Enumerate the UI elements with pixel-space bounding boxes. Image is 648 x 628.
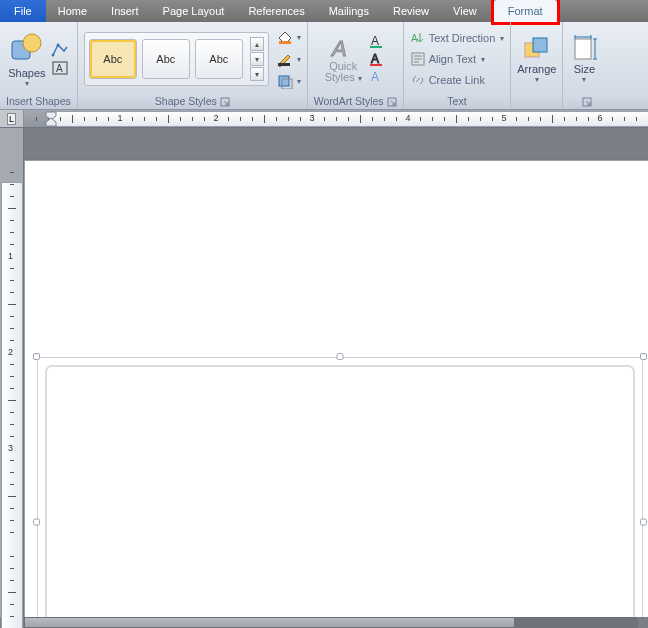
create-link-button[interactable]: Create Link xyxy=(410,70,505,90)
effects-icon xyxy=(276,73,294,89)
style-preset-1[interactable]: Abc xyxy=(89,39,137,79)
tab-stop-selector[interactable]: L xyxy=(0,110,24,127)
shape-effects-button[interactable]: ▾ xyxy=(276,71,301,91)
group-label-arrange xyxy=(535,94,538,108)
svg-rect-8 xyxy=(279,76,289,86)
selected-text-box[interactable] xyxy=(37,357,643,617)
dialog-launcher-icon[interactable] xyxy=(387,97,397,107)
align-text-icon xyxy=(410,51,426,67)
dialog-launcher-icon[interactable] xyxy=(220,97,230,107)
arrange-icon xyxy=(522,35,552,63)
group-text: A Text Direction ▾ Align Text ▾ Create L… xyxy=(404,22,512,109)
group-label-insert-shapes: Insert Shapes xyxy=(6,94,71,108)
chevron-down-icon: ▾ xyxy=(297,55,301,64)
ruler-horizontal[interactable]: L 123456 xyxy=(0,110,648,128)
page-area[interactable] xyxy=(24,128,648,617)
chevron-down-icon: ▾ xyxy=(535,75,539,84)
group-label-wordart: WordArt Styles xyxy=(314,95,384,107)
svg-rect-7 xyxy=(278,63,290,66)
align-text-button[interactable]: Align Text ▾ xyxy=(410,49,505,69)
style-preset-2[interactable]: Abc xyxy=(142,39,190,79)
svg-rect-6 xyxy=(279,41,291,44)
gallery-more-button[interactable]: ▾ xyxy=(250,67,264,81)
handle-ml[interactable] xyxy=(33,519,40,526)
scrollbar-horizontal[interactable] xyxy=(0,617,648,628)
svg-text:A: A xyxy=(411,33,418,44)
tab-home[interactable]: Home xyxy=(46,0,99,22)
svg-text:A: A xyxy=(56,63,63,74)
handle-tm[interactable] xyxy=(337,353,344,360)
group-wordart-styles: A QuickStyles ▾ A A A WordArt Styles xyxy=(308,22,404,109)
edit-shape-icon[interactable] xyxy=(51,42,69,58)
text-direction-icon: A xyxy=(410,30,426,46)
group-shape-styles: Abc Abc Abc ▴ ▾ ▾ ▾ ▾ xyxy=(78,22,308,109)
align-text-label: Align Text xyxy=(429,53,477,65)
ruler-vertical[interactable]: 123 xyxy=(0,128,24,617)
text-box-border xyxy=(45,365,635,617)
size-button[interactable]: Size ▾ xyxy=(569,35,599,84)
svg-text:A: A xyxy=(371,52,379,66)
quick-styles-label-2: Styles xyxy=(325,71,355,83)
chevron-down-icon: ▾ xyxy=(297,33,301,42)
gallery-up-button[interactable]: ▴ xyxy=(250,37,264,51)
text-direction-button[interactable]: A Text Direction ▾ xyxy=(410,28,505,48)
ribbon: Shapes ▾ A Insert Shapes Abc Abc Abc ▴ ▾… xyxy=(0,22,648,110)
size-icon xyxy=(569,35,599,63)
scroll-thumb[interactable] xyxy=(24,617,515,628)
chevron-down-icon: ▾ xyxy=(297,77,301,86)
svg-rect-13 xyxy=(370,46,382,48)
gallery-down-button[interactable]: ▾ xyxy=(250,52,264,66)
size-label: Size xyxy=(574,63,595,75)
chevron-down-icon: ▾ xyxy=(481,55,485,64)
document-page[interactable] xyxy=(24,160,648,617)
tab-review[interactable]: Review xyxy=(381,0,441,22)
text-effects-icon[interactable]: A xyxy=(368,69,386,85)
shapes-icon xyxy=(10,31,44,65)
chevron-down-icon: ▾ xyxy=(582,75,586,84)
svg-rect-25 xyxy=(575,39,591,59)
shapes-gallery-button[interactable]: Shapes ▾ xyxy=(8,31,45,88)
shape-fill-button[interactable]: ▾ xyxy=(276,27,301,47)
svg-rect-24 xyxy=(533,38,547,52)
dialog-launcher-icon[interactable] xyxy=(582,97,592,107)
tab-format[interactable]: Format xyxy=(494,0,557,22)
svg-point-1 xyxy=(23,34,41,52)
handle-tr[interactable] xyxy=(640,353,647,360)
chevron-down-icon: ▾ xyxy=(500,34,504,43)
svg-point-3 xyxy=(56,44,59,47)
tab-view[interactable]: View xyxy=(441,0,489,22)
link-icon xyxy=(410,72,426,88)
workspace: 123 xyxy=(0,128,648,617)
handle-tl[interactable] xyxy=(33,353,40,360)
shapes-label: Shapes xyxy=(8,67,45,79)
style-preset-3[interactable]: Abc xyxy=(195,39,243,79)
tab-mailings[interactable]: Mailings xyxy=(317,0,381,22)
create-link-label: Create Link xyxy=(429,74,485,86)
quick-styles-button[interactable]: A QuickStyles ▾ xyxy=(325,35,362,84)
text-fill-icon[interactable]: A xyxy=(368,33,386,49)
arrange-label: Arrange xyxy=(517,63,556,75)
group-label-shape-styles: Shape Styles xyxy=(155,95,217,107)
wordart-a-icon: A xyxy=(328,35,358,61)
svg-rect-15 xyxy=(370,64,382,66)
shape-style-gallery[interactable]: Abc Abc Abc ▴ ▾ ▾ xyxy=(84,32,269,86)
handle-mr[interactable] xyxy=(640,519,647,526)
svg-marker-28 xyxy=(46,118,56,126)
tab-references[interactable]: References xyxy=(236,0,316,22)
svg-text:A: A xyxy=(371,34,379,48)
menu-tabs: File Home Insert Page Layout References … xyxy=(0,0,648,22)
shape-outline-button[interactable]: ▾ xyxy=(276,49,301,69)
text-box-icon[interactable]: A xyxy=(51,60,69,76)
indent-marker-icon[interactable] xyxy=(44,111,58,127)
tab-file[interactable]: File xyxy=(0,0,46,22)
svg-text:A: A xyxy=(330,36,347,61)
text-outline-icon[interactable]: A xyxy=(368,51,386,67)
chevron-down-icon: ▾ xyxy=(358,74,362,83)
tab-insert[interactable]: Insert xyxy=(99,0,151,22)
tab-page-layout[interactable]: Page Layout xyxy=(151,0,237,22)
group-size: Size ▾ xyxy=(563,22,605,109)
pencil-icon xyxy=(276,51,294,67)
arrange-button[interactable]: Arrange ▾ xyxy=(517,35,556,84)
chevron-down-icon: ▾ xyxy=(25,79,29,88)
group-arrange: Arrange ▾ xyxy=(511,22,563,109)
